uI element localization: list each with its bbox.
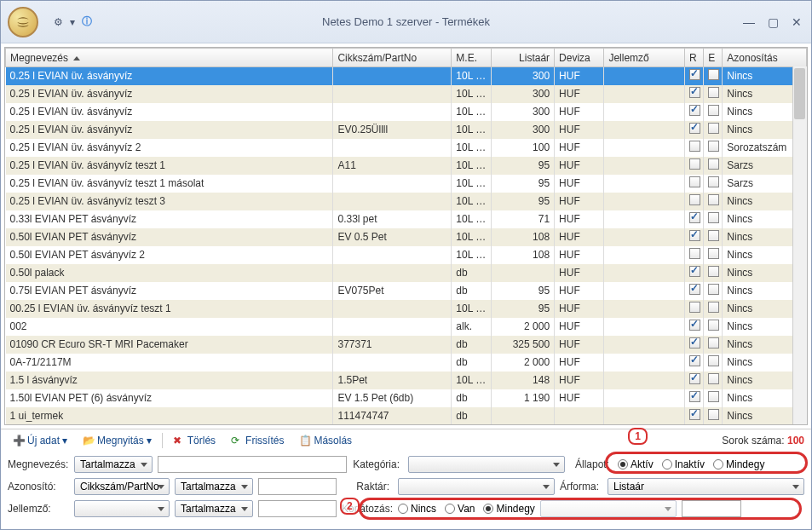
korlatozas-input[interactable]: [682, 500, 741, 517]
table-row[interactable]: 0.25 l EVIAN üv. ásványvíz teszt 310L …9…: [6, 193, 807, 210]
megnevezes-op[interactable]: Tartalmazza: [74, 456, 153, 473]
checkbox[interactable]: [689, 409, 700, 420]
checkbox[interactable]: [708, 391, 719, 402]
checkbox[interactable]: [708, 355, 719, 366]
table-row[interactable]: 1.5 l ásványvíz1.5Pet10L …148HUFNincs: [6, 372, 807, 389]
checkbox[interactable]: [689, 123, 700, 134]
checkbox[interactable]: [689, 284, 700, 295]
minimize-button[interactable]: —: [738, 14, 760, 30]
checkbox[interactable]: [689, 69, 700, 80]
checkbox[interactable]: [708, 302, 719, 313]
table-row[interactable]: 0.75l EVIAN PET ásványvízEV075Petdb95HUF…: [6, 282, 807, 300]
table-row[interactable]: 002alk.2 000HUFNincs: [6, 318, 807, 336]
maximize-button[interactable]: ▢: [762, 14, 784, 30]
checkbox[interactable]: [689, 212, 700, 223]
vertical-scrollbar[interactable]: [792, 66, 807, 424]
checkbox[interactable]: [689, 105, 700, 116]
delete-button[interactable]: ✖ Törlés: [168, 433, 221, 448]
checkbox[interactable]: [708, 105, 719, 116]
copy-button[interactable]: 📋 Másolás: [294, 433, 357, 448]
table-row[interactable]: 0.25 l EVIAN üv. ásványvíz 210L …100HUFS…: [6, 139, 807, 157]
korlatozas-nincs[interactable]: Nincs: [398, 503, 436, 515]
checkbox[interactable]: [689, 355, 700, 366]
allapot-mindegy[interactable]: Mindegy: [713, 458, 764, 470]
checkbox[interactable]: [689, 391, 700, 402]
table-row[interactable]: 0.25 l EVIAN üv. ásványvíz teszt 1 másol…: [6, 175, 807, 193]
arforma-select[interactable]: Listaár: [608, 478, 804, 495]
korlatozas-van[interactable]: Van: [445, 503, 475, 515]
checkbox[interactable]: [708, 212, 719, 223]
allapot-inaktiv[interactable]: Inaktív: [662, 458, 705, 470]
checkbox[interactable]: [708, 248, 719, 259]
open-button[interactable]: 📂 Megnyitás ▾: [78, 433, 157, 448]
jellemzo-input[interactable]: [258, 500, 337, 517]
table-row[interactable]: 1.50l EVIAN PET (6) ásványvízEV 1.5 Pet …: [6, 389, 807, 407]
checkbox[interactable]: [708, 337, 719, 349]
checkbox[interactable]: [708, 284, 719, 295]
jellemzo-op[interactable]: Tartalmazza: [175, 500, 253, 517]
scroll-thumb[interactable]: [794, 68, 805, 119]
table-row[interactable]: 0.25 l EVIAN üv. ásványvíz teszt 1A1110L…: [6, 157, 807, 175]
checkbox[interactable]: [689, 176, 700, 187]
azonosito-field[interactable]: Cikkszám/PartNo: [74, 478, 170, 495]
table-row[interactable]: 1 ui_termek111474747dbNincs: [6, 407, 807, 425]
column-header[interactable]: Azonosítás: [723, 49, 807, 67]
korlatozas-mindegy[interactable]: Mindegy: [483, 503, 534, 515]
table-row[interactable]: 0.33l EVIAN PET ásványvíz0.33l pet10L …7…: [6, 210, 807, 228]
checkbox[interactable]: [689, 194, 700, 205]
table-row[interactable]: 0.50l palackdbHUFNincs: [6, 264, 807, 282]
checkbox[interactable]: [708, 194, 719, 205]
app-icon[interactable]: [8, 7, 38, 37]
azonosito-input[interactable]: [258, 478, 337, 495]
table-row[interactable]: 0.25 l EVIAN üv. ásványvíz10L …300HUFNin…: [6, 67, 807, 85]
products-table[interactable]: MegnevezésCikkszám/PartNoM.E.ListaárDevi…: [5, 48, 807, 425]
azonosito-op[interactable]: Tartalmazza: [175, 478, 253, 495]
column-header[interactable]: M.E.: [452, 49, 491, 67]
megnevezes-input[interactable]: [158, 456, 347, 473]
table-row[interactable]: 01090 CR Ecuro SR-T MRI Pacemaker377371d…: [6, 336, 807, 354]
close-button[interactable]: ✕: [786, 14, 808, 30]
table-row[interactable]: 0.50l EVIAN PET ásványvízEV 0.5 Pet10L ……: [6, 228, 807, 246]
korlatozas-select[interactable]: [540, 500, 677, 517]
checkbox[interactable]: [689, 337, 700, 349]
gear-icon[interactable]: ⚙: [54, 16, 63, 28]
table-row[interactable]: 0.25 l EVIAN üv. ásványvízEV0.25Üllll10L…: [6, 121, 807, 139]
column-header[interactable]: E: [704, 49, 723, 67]
allapot-aktiv[interactable]: Aktív: [618, 458, 654, 470]
checkbox[interactable]: [689, 87, 700, 98]
table-row[interactable]: 00.25 l EVIAN üv. ásványvíz teszt 110L ……: [6, 300, 807, 318]
checkbox[interactable]: [689, 302, 700, 313]
table-row[interactable]: 0.50l EVIAN PET ásványvíz 210L …108HUFNi…: [6, 246, 807, 264]
column-header[interactable]: Cikkszám/PartNo: [333, 49, 452, 67]
checkbox[interactable]: [689, 158, 700, 170]
column-header[interactable]: R: [685, 49, 704, 67]
chevron-down-icon[interactable]: ▾: [62, 435, 67, 446]
table-row[interactable]: 0A-71/2117Mdb2 000HUFNincs: [6, 354, 807, 372]
column-header[interactable]: Jellemző: [604, 49, 685, 67]
column-header[interactable]: Deviza: [555, 49, 604, 67]
table-row[interactable]: 0.25 l EVIAN üv. ásványvíz10L …300HUFNin…: [6, 103, 807, 121]
checkbox[interactable]: [689, 248, 700, 259]
chevron-down-icon[interactable]: ▾: [147, 435, 152, 446]
raktar-select[interactable]: [398, 478, 555, 495]
new-button[interactable]: ➕ Új adat ▾: [8, 433, 72, 448]
checkbox[interactable]: [708, 266, 719, 277]
kategoria-select[interactable]: [408, 456, 565, 473]
column-header[interactable]: Megnevezés: [6, 49, 333, 67]
table-row[interactable]: 0.25 l EVIAN üv. ásványvíz10L …300HUFNin…: [6, 85, 807, 103]
checkbox[interactable]: [708, 230, 719, 241]
column-header[interactable]: Listaár: [491, 49, 554, 67]
checkbox[interactable]: [708, 158, 719, 170]
checkbox[interactable]: [708, 69, 719, 80]
jellemzo-field[interactable]: [74, 500, 170, 517]
checkbox[interactable]: [689, 230, 700, 241]
checkbox[interactable]: [708, 373, 719, 384]
checkbox[interactable]: [689, 266, 700, 277]
chevron-down-icon[interactable]: ▾: [70, 16, 75, 28]
checkbox[interactable]: [708, 320, 719, 331]
checkbox[interactable]: [689, 320, 700, 331]
refresh-button[interactable]: ⟳ Frissítés: [226, 433, 289, 448]
checkbox[interactable]: [708, 409, 719, 420]
checkbox[interactable]: [689, 373, 700, 384]
checkbox[interactable]: [708, 176, 719, 187]
